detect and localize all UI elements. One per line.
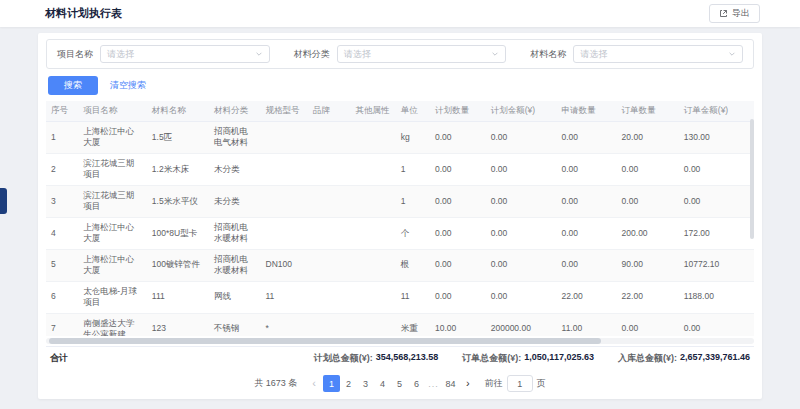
table-cell: 木分类	[209, 153, 260, 185]
inbound-total-value: 2,657,339,761.46	[680, 352, 750, 365]
table-cell: 1	[396, 153, 430, 185]
project-name-filter: 项目名称 请选择	[57, 45, 270, 63]
table-cell	[308, 217, 351, 249]
table-cell	[308, 185, 351, 217]
table-cell: 111	[147, 281, 209, 313]
table-cell: 0.00	[430, 122, 486, 154]
table-row[interactable]: 5上海松江中心大厦100镀锌管件招商机电水暖材料DN100根0.000.000.…	[46, 249, 754, 281]
table-cell: *	[261, 313, 308, 336]
table-cell: 滨江花城三期项目	[78, 153, 147, 185]
material-name-label: 材料名称	[530, 48, 566, 61]
search-button[interactable]: 搜索	[48, 76, 98, 95]
table-cell: 10.00	[430, 313, 486, 336]
table-cell: 上海松江中心大厦	[78, 122, 147, 154]
page-button-4[interactable]: 4	[374, 375, 391, 392]
material-category-select[interactable]: 请选择	[337, 45, 507, 63]
column-header-12: 订单金额(¥)	[679, 101, 754, 122]
page-button-1[interactable]: 1	[323, 375, 340, 392]
table-cell: 100镀锌管件	[147, 249, 209, 281]
material-name-select[interactable]: 请选择	[573, 45, 743, 63]
table-cell: 20.00	[617, 122, 679, 154]
table-cell: 100*8U型卡	[147, 217, 209, 249]
table-cell: 123	[147, 313, 209, 336]
table-row[interactable]: 3滨江花城三期项目1.5米水平仪未分类10.000.000.000.000.00	[46, 185, 754, 217]
table-row[interactable]: 2滨江花城三期项目1.2米木床木分类10.000.000.000.000.00	[46, 153, 754, 185]
sidebar-toggle[interactable]	[0, 188, 7, 214]
table-cell: 0.00	[679, 185, 754, 217]
planned-total: 计划总金额(¥): 354,568,213.58	[314, 352, 439, 365]
table-cell: 11.00	[557, 313, 617, 336]
summary-totals: 计划总金额(¥): 354,568,213.58 订单总金额(¥): 1,050…	[314, 352, 750, 365]
table-cell	[308, 153, 351, 185]
table-cell: 1	[46, 122, 78, 154]
table-cell: 0.00	[557, 185, 617, 217]
page-button-5[interactable]: 5	[391, 375, 408, 392]
table-cell: 不锈钢	[209, 313, 260, 336]
table-cell: 个	[396, 217, 430, 249]
column-header-7: 单位	[396, 101, 430, 122]
summary-row: 合计 计划总金额(¥): 354,568,213.58 订单总金额(¥): 1,…	[46, 346, 754, 370]
project-name-placeholder: 请选择	[107, 48, 134, 61]
table-cell: 0.00	[486, 185, 557, 217]
table-cell	[308, 249, 351, 281]
table-cell: 2	[46, 153, 78, 185]
table-cell: 0.00	[617, 185, 679, 217]
material-category-label: 材料分类	[294, 48, 330, 61]
table-row[interactable]: 4上海松江中心大厦100*8U型卡招商机电水暖材料个0.000.000.0020…	[46, 217, 754, 249]
column-header-6: 其他属性	[351, 101, 396, 122]
table-cell: 1188.00	[679, 281, 754, 313]
table-cell: 0.00	[617, 313, 679, 336]
export-button[interactable]: 导出	[709, 4, 760, 23]
table-cell	[351, 185, 396, 217]
table-cell	[308, 313, 351, 336]
table-cell: 0.00	[486, 249, 557, 281]
next-page-button[interactable]: ›	[462, 378, 474, 389]
table-row[interactable]: 1上海松江中心大厦1.5匹招商机电电气材料kg0.000.000.0020.00…	[46, 122, 754, 154]
table-cell: 5	[46, 249, 78, 281]
table-cell: 米重	[396, 313, 430, 336]
page-button-6[interactable]: 6	[408, 375, 425, 392]
order-total-value: 1,050,117,025.63	[524, 352, 594, 365]
table-cell	[351, 217, 396, 249]
table-cell	[351, 153, 396, 185]
inbound-total-label: 入库总金额(¥):	[618, 352, 677, 365]
table-cell: 22.00	[557, 281, 617, 313]
horizontal-scrollbar-thumb[interactable]	[49, 338, 601, 344]
table-cell	[261, 122, 308, 154]
project-name-label: 项目名称	[57, 48, 93, 61]
page-button-2[interactable]: 2	[340, 375, 357, 392]
total-count: 共 1673 条	[254, 377, 297, 390]
table-row[interactable]: 6太仓电梯-月球项目111网线11110.000.0022.0022.00118…	[46, 281, 754, 313]
more-pages-button[interactable]: ...	[425, 375, 442, 392]
column-header-4: 规格型号	[261, 101, 308, 122]
table-cell: 22.00	[617, 281, 679, 313]
table-cell: 0.00	[557, 153, 617, 185]
vertical-scrollbar[interactable]	[750, 119, 754, 239]
table-cell: 4	[46, 217, 78, 249]
table-cell: 0.00	[679, 153, 754, 185]
material-category-filter: 材料分类 请选择	[294, 45, 507, 63]
goto-page-input[interactable]	[507, 375, 533, 392]
table-cell	[261, 217, 308, 249]
planned-total-label: 计划总金额(¥):	[314, 352, 373, 365]
export-icon	[719, 9, 728, 18]
table-row[interactable]: 7南侧盛达大学生公寓新建123不锈钢*米重10.00200000.0011.00…	[46, 313, 754, 336]
material-category-placeholder: 请选择	[344, 48, 371, 61]
material-name-filter: 材料名称 请选择	[530, 45, 743, 63]
table-cell: 0.00	[486, 153, 557, 185]
table-cell: 0.00	[430, 153, 486, 185]
prev-page-button[interactable]: ‹	[308, 378, 320, 389]
table-cell: 上海松江中心大厦	[78, 249, 147, 281]
project-name-select[interactable]: 请选择	[100, 45, 270, 63]
table-cell: 招商机电水暖材料	[209, 217, 260, 249]
table-cell: 0.00	[430, 281, 486, 313]
page-button-3[interactable]: 3	[357, 375, 374, 392]
chevron-down-icon	[255, 50, 263, 58]
horizontal-scrollbar[interactable]	[46, 338, 754, 344]
clear-search-button[interactable]: 清空搜索	[110, 79, 146, 92]
table-cell: 0.00	[679, 313, 754, 336]
page-button-84[interactable]: 84	[442, 375, 459, 392]
table-cell: 0.00	[430, 185, 486, 217]
table-cell: 7	[46, 313, 78, 336]
column-header-9: 计划金额(¥)	[486, 101, 557, 122]
